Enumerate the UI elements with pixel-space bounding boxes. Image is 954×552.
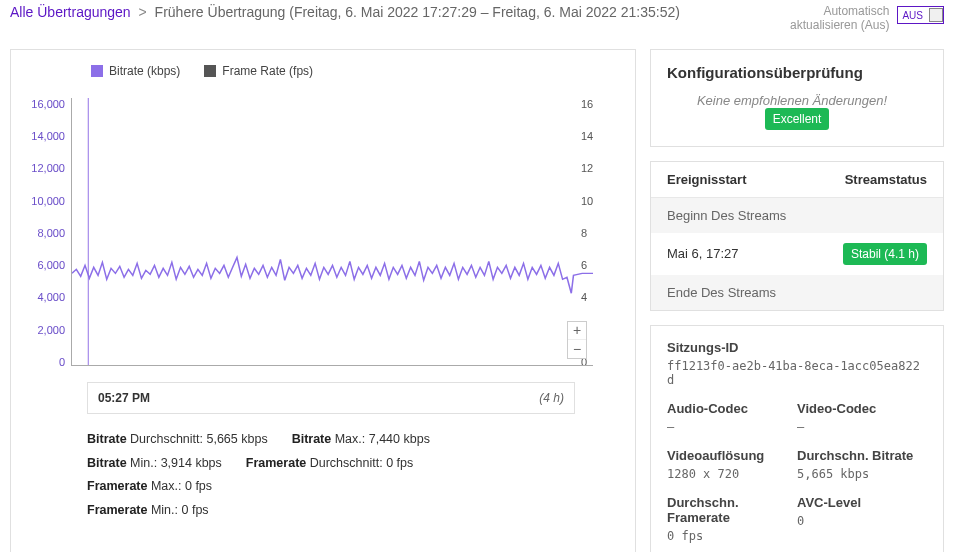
event-col-status: Streamstatus — [845, 172, 927, 187]
excellent-badge: Excellent — [765, 108, 830, 130]
avg-fps-value: 0 fps — [667, 529, 797, 543]
chart-area[interactable]: 16,000 14,000 12,000 10,000 8,000 6,000 … — [11, 94, 635, 374]
zoom-out-button[interactable]: − — [568, 340, 586, 358]
avc-label: AVC-Level — [797, 495, 927, 510]
avg-fps-label: Durchschn. Framerate — [667, 495, 797, 525]
event-col-start: Ereignisstart — [667, 172, 746, 187]
legend-bitrate[interactable]: Bitrate (kbps) — [91, 64, 180, 78]
audio-codec-value: – — [667, 420, 797, 434]
plot-area[interactable]: + − — [71, 98, 593, 366]
audio-codec-label: Audio-Codec — [667, 401, 797, 416]
x-duration: (4 h) — [539, 391, 564, 405]
config-title: Konfigurationsüberprüfung — [651, 50, 943, 93]
breadcrumb: Alle Übertragungen > Frühere Übertragung… — [10, 4, 790, 20]
legend-framerate-label: Frame Rate (fps) — [222, 64, 313, 78]
chevron-right-icon: > — [139, 4, 147, 20]
breadcrumb-root-link[interactable]: Alle Übertragungen — [10, 4, 131, 20]
legend-framerate[interactable]: Frame Rate (fps) — [204, 64, 313, 78]
config-message: Keine empfohlenen Änderungen! — [697, 93, 887, 108]
event-panel: Ereignisstart Streamstatus Beginn Des St… — [650, 161, 944, 311]
config-check-panel: Konfigurationsüberprüfung Keine empfohle… — [650, 49, 944, 147]
event-stream-time-row: Mai 6, 17:27 Stabil (4.1 h) — [651, 233, 943, 275]
video-res-value: 1280 x 720 — [667, 467, 797, 481]
avc-value: 0 — [797, 514, 927, 528]
video-res-label: Videoauflösung — [667, 448, 797, 463]
autorefresh-toggle-label: AUS — [898, 10, 927, 21]
session-id-value: ff1213f0-ae2b-41ba-8eca-1acc05ea822d — [667, 359, 927, 387]
square-icon — [91, 65, 103, 77]
avg-bitrate-label: Durchschn. Bitrate — [797, 448, 927, 463]
video-codec-label: Video-Codec — [797, 401, 927, 416]
session-id-label: Sitzungs-ID — [667, 340, 927, 355]
toggle-knob-icon — [929, 8, 943, 22]
zoom-in-button[interactable]: + — [568, 322, 586, 340]
chart-card: Bitrate (kbps) Frame Rate (fps) 16,000 1… — [10, 49, 636, 552]
y-left-axis: 16,000 14,000 12,000 10,000 8,000 6,000 … — [17, 94, 65, 374]
x-axis-info: 05:27 PM (4 h) — [87, 382, 575, 414]
avg-bitrate-value: 5,665 kbps — [797, 467, 927, 481]
x-start-time: 05:27 PM — [98, 391, 150, 405]
chart-legend: Bitrate (kbps) Frame Rate (fps) — [11, 64, 635, 78]
stream-time: Mai 6, 17:27 — [667, 246, 739, 261]
square-icon — [204, 65, 216, 77]
legend-bitrate-label: Bitrate (kbps) — [109, 64, 180, 78]
autorefresh-label: Automatisch aktualisieren (Aus) — [790, 4, 889, 33]
breadcrumb-current: Frühere Übertragung (Freitag, 6. Mai 202… — [155, 4, 680, 20]
zoom-controls: + − — [567, 321, 587, 359]
bitrate-line — [72, 98, 593, 365]
event-stream-begin-row: Beginn Des Streams — [651, 198, 943, 233]
chart-stats: Bitrate Durchschnitt: 5,665 kbps Bitrate… — [11, 424, 635, 523]
event-stream-end-row: Ende Des Streams — [651, 275, 943, 310]
video-codec-value: – — [797, 420, 927, 434]
stable-badge: Stabil (4.1 h) — [843, 243, 927, 265]
session-panel: Sitzungs-ID ff1213f0-ae2b-41ba-8eca-1acc… — [650, 325, 944, 552]
autorefresh-toggle[interactable]: AUS — [897, 6, 944, 24]
